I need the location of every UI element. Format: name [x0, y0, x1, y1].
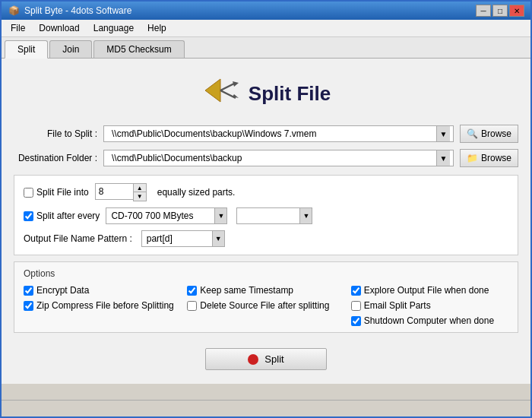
tab-md5[interactable]: MD5 Checksum [93, 40, 184, 58]
option-zip-checkbox[interactable] [24, 301, 33, 311]
option-email-label: Email Split Parts [364, 300, 431, 311]
split-into-checkbox[interactable] [24, 188, 33, 198]
option-timestamp[interactable]: Keep same Timestamp [187, 285, 344, 296]
option-email-checkbox[interactable] [351, 301, 361, 311]
pattern-arrow[interactable]: ▼ [212, 231, 224, 246]
maximize-button[interactable]: □ [492, 5, 508, 17]
option-encrypt-checkbox[interactable] [24, 286, 33, 296]
option-email[interactable]: Email Split Parts [351, 300, 508, 311]
split-after-arrow[interactable]: ▼ [214, 208, 226, 223]
tabs-bar: Split Join MD5 Checksum [2, 37, 530, 59]
destination-folder-arrow[interactable]: ▼ [436, 150, 450, 166]
option-delete-checkbox[interactable] [187, 301, 197, 311]
option-zip[interactable]: Zip Compress File before Splitting [24, 300, 181, 311]
split-into-suffix: equally sized parts. [157, 187, 236, 198]
browse-folder-label: Browse [481, 153, 511, 163]
tab-split[interactable]: Split [5, 40, 48, 59]
split-options-box: Split File into ▲ ▼ equally sized parts.… [14, 175, 518, 255]
file-to-split-combo[interactable]: \\cmd\Public\Documents\backup\Windows 7.… [103, 125, 454, 142]
destination-folder-value: \\cmd\Public\Documents\backup [107, 151, 436, 165]
svg-marker-3 [233, 81, 239, 87]
split-button[interactable]: Split [205, 348, 327, 370]
menu-language[interactable]: Language [87, 21, 140, 35]
app-icon: 📦 [8, 5, 20, 17]
spinner-buttons: ▲ ▼ [133, 183, 147, 201]
file-to-split-value: \\cmd\Public\Documents\backup\Windows 7.… [107, 127, 436, 141]
option-explore-checkbox[interactable] [351, 286, 361, 296]
pattern-value: part[d] [142, 232, 212, 245]
split-after-value: CD-700 700 MBytes [106, 209, 214, 223]
file-to-split-row: File to Split : \\cmd\Public\Documents\b… [14, 125, 518, 143]
split-btn-icon [248, 354, 258, 365]
option-placeholder [24, 315, 181, 326]
split-after-combo[interactable]: CD-700 700 MBytes ▼ [106, 207, 227, 224]
title-bar: 📦 Split Byte - 4dots Software ─ □ ✕ [2, 2, 530, 20]
split-after-extra-combo[interactable]: ▼ [236, 207, 312, 224]
pattern-combo[interactable]: part[d] ▼ [141, 230, 225, 247]
file-to-split-label: File to Split : [14, 128, 97, 139]
option-zip-label: Zip Compress File before Splitting [36, 300, 174, 311]
split-into-row: Split File into ▲ ▼ equally sized parts. [24, 183, 508, 201]
spinner-up[interactable]: ▲ [134, 184, 146, 192]
header-icon [201, 75, 239, 112]
destination-folder-combo[interactable]: \\cmd\Public\Documents\backup ▼ [103, 150, 454, 166]
title-bar-left: 📦 Split Byte - 4dots Software [8, 5, 131, 17]
split-after-label: Split after every [36, 211, 100, 221]
menu-download[interactable]: Download [33, 21, 85, 35]
menu-help[interactable]: Help [141, 21, 173, 35]
split-btn-label: Split [264, 353, 283, 365]
option-shutdown-checkbox[interactable] [351, 316, 361, 326]
split-into-spinner[interactable]: ▲ ▼ [95, 183, 148, 201]
option-delete-label: Delete Source File after splitting [200, 300, 329, 311]
header-section: Split File [14, 66, 518, 125]
menu-file[interactable]: File [5, 21, 31, 35]
svg-marker-0 [205, 79, 220, 102]
minimize-button[interactable]: ─ [476, 5, 491, 17]
spinner-down[interactable]: ▼ [134, 192, 146, 201]
browse-folder-icon: 📁 [467, 153, 478, 163]
split-icon [201, 75, 239, 106]
destination-folder-label: Destination Folder : [14, 153, 97, 163]
option-shutdown[interactable]: Shutdown Computer when done [351, 315, 508, 326]
pattern-label: Output File Name Pattern : [24, 233, 132, 244]
option-timestamp-label: Keep same Timestamp [200, 285, 293, 296]
split-into-value[interactable] [95, 183, 133, 200]
option-shutdown-label: Shutdown Computer when done [364, 315, 494, 326]
options-grid: Encrypt Data Keep same Timestamp Explore… [24, 285, 508, 326]
window-title: Split Byte - 4dots Software [24, 5, 131, 16]
menu-bar: File Download Language Help [2, 20, 530, 37]
browse-file-label: Browse [481, 128, 511, 139]
destination-folder-row: Destination Folder : \\cmd\Public\Docume… [14, 149, 518, 167]
split-panel: Split File File to Split : \\cmd\Public\… [2, 59, 530, 384]
option-encrypt[interactable]: Encrypt Data [24, 285, 181, 296]
option-timestamp-checkbox[interactable] [187, 286, 197, 296]
option-delete[interactable]: Delete Source File after splitting [187, 300, 344, 311]
svg-line-2 [220, 90, 236, 98]
option-encrypt-label: Encrypt Data [36, 285, 89, 296]
split-into-label: Split File into [36, 187, 89, 198]
options-title: Options [24, 268, 508, 279]
options-section: Options Encrypt Data Keep same Timestamp… [14, 261, 518, 333]
option-placeholder2 [187, 315, 344, 326]
status-bar [2, 400, 530, 416]
split-after-row: Split after every CD-700 700 MBytes ▼ ▼ [24, 207, 508, 224]
split-after-extra-value [237, 214, 299, 217]
header-title: Split File [249, 82, 331, 106]
file-to-split-arrow[interactable]: ▼ [436, 126, 450, 141]
pattern-row: Output File Name Pattern : part[d] ▼ [24, 230, 508, 247]
split-btn-container: Split [14, 339, 518, 376]
split-into-checkbox-label[interactable]: Split File into [24, 187, 89, 198]
split-after-checkbox-label[interactable]: Split after every [24, 211, 100, 221]
title-bar-controls: ─ □ ✕ [476, 5, 524, 17]
option-explore-label: Explore Output File when done [364, 285, 489, 296]
browse-file-button[interactable]: 🔍 Browse [460, 125, 518, 143]
option-explore[interactable]: Explore Output File when done [351, 285, 508, 296]
browse-folder-button[interactable]: 📁 Browse [460, 149, 518, 167]
browse-file-icon: 🔍 [467, 128, 478, 139]
split-after-extra-arrow[interactable]: ▼ [299, 208, 312, 223]
close-button[interactable]: ✕ [509, 5, 524, 17]
split-after-checkbox[interactable] [24, 211, 33, 221]
tab-join[interactable]: Join [49, 40, 92, 58]
